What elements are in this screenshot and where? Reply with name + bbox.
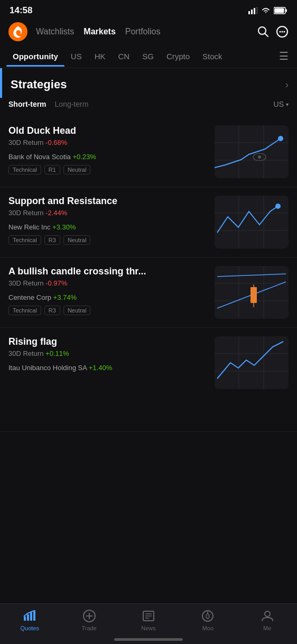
svg-point-11 (280, 31, 281, 33)
tab-opportunity[interactable]: Opportunity (6, 47, 64, 66)
status-icons (248, 7, 287, 14)
svg-rect-35 (250, 287, 257, 303)
strategies-title: Strategies (11, 78, 67, 91)
nav-markets[interactable]: Markets (79, 24, 119, 40)
app-logo (8, 22, 27, 41)
card-2-return: 30D Return -2.44% (8, 209, 208, 217)
nav-moo[interactable]: Moo (187, 609, 229, 631)
nav-me[interactable]: Me (246, 609, 289, 631)
filter-region-label: US (274, 100, 284, 108)
card-1-tags: Technical R1 Neutral (8, 165, 208, 174)
filter-region[interactable]: US ▾ (274, 100, 289, 108)
strategies-section: Strategies › (0, 68, 297, 98)
card-3-title: A bullish candle crossing thr... (8, 266, 208, 277)
nav-news[interactable]: News (127, 609, 170, 631)
trade-label: Trade (81, 625, 96, 631)
nav-portfolios[interactable]: Portfolios (121, 24, 165, 40)
svg-rect-22 (215, 196, 289, 249)
tag-r3-3: R3 (44, 306, 60, 315)
tab-crypto[interactable]: Crypto (160, 47, 196, 66)
svg-rect-5 (286, 10, 287, 12)
nav-quotes[interactable]: Quotes (8, 609, 51, 631)
news-icon (142, 609, 155, 623)
card-1-return-value: -0.68% (45, 139, 67, 146)
message-icon[interactable] (276, 25, 289, 38)
tab-hk[interactable]: HK (88, 47, 112, 66)
tag-technical-2: Technical (8, 235, 41, 245)
strategy-card-2[interactable]: Support and Resistance 30D Return -2.44%… (0, 187, 297, 257)
tag-technical: Technical (8, 165, 41, 174)
card-2-info: Support and Resistance 30D Return -2.44%… (8, 196, 208, 245)
chevron-down-icon: ▾ (286, 102, 289, 107)
card-1-stock: Bank of Nova Scotia +0.23% (8, 153, 208, 161)
quotes-label: Quotes (20, 625, 39, 631)
tag-r1: R1 (44, 165, 60, 174)
tab-sg[interactable]: SG (136, 47, 160, 66)
tag-r3: R3 (44, 235, 60, 245)
svg-point-27 (275, 204, 281, 209)
home-indicator (114, 638, 183, 641)
card-2-stock: New Relic Inc +3.30% (8, 223, 208, 231)
nav-actions (257, 25, 289, 38)
svg-rect-44 (27, 614, 29, 621)
quotes-icon (23, 609, 36, 623)
svg-rect-3 (256, 7, 258, 14)
nav-tabs: Watchlists Markets Portfolios (32, 24, 257, 40)
filter-short-term[interactable]: Short-term (8, 100, 47, 108)
search-icon[interactable] (257, 25, 270, 38)
svg-point-13 (284, 31, 285, 33)
svg-rect-43 (24, 617, 26, 621)
card-2-tags: Technical R3 Neutral (8, 235, 208, 245)
filter-long-term[interactable]: Long-term (55, 100, 89, 108)
status-time: 14:58 (10, 5, 32, 16)
card-3-info: A bullish candle crossing thr... 30D Ret… (8, 266, 208, 315)
tab-stock[interactable]: Stock (196, 47, 229, 66)
svg-rect-46 (33, 610, 35, 621)
tab-cn[interactable]: CN (112, 47, 136, 66)
top-nav: Watchlists Markets Portfolios (0, 19, 297, 44)
svg-rect-1 (251, 10, 253, 14)
strategy-card-1[interactable]: Old Duck Head 30D Return -0.68% Bank of … (0, 117, 297, 187)
svg-point-7 (8, 22, 27, 41)
card-4-title: Rising flag (8, 336, 208, 347)
category-tabs: Opportunity US HK CN SG Crypto Stock ☰ (0, 44, 297, 68)
status-bar: 14:58 (0, 0, 297, 19)
signal-icon (248, 7, 258, 14)
moo-label: Moo (202, 625, 214, 631)
card-2-return-value: -2.44% (45, 209, 67, 217)
card-4-chart (215, 336, 289, 389)
news-label: News (141, 625, 156, 631)
card-3-stock: Centene Corp +3.74% (8, 293, 208, 301)
card-3-chart (215, 266, 289, 319)
me-icon (261, 609, 274, 623)
svg-point-56 (265, 611, 270, 617)
card-1-title: Old Duck Head (8, 125, 208, 136)
nav-trade[interactable]: Trade (68, 609, 110, 631)
card-4-return-value: +0.11% (45, 349, 69, 357)
nav-watchlists[interactable]: Watchlists (32, 24, 78, 40)
strategies-arrow-icon[interactable]: › (285, 79, 289, 90)
card-4-return: 30D Return +0.11% (8, 349, 208, 357)
card-3-tags: Technical R3 Neutral (8, 306, 208, 315)
svg-point-21 (258, 155, 261, 159)
svg-line-9 (265, 34, 268, 37)
strategy-card-3[interactable]: A bullish candle crossing thr... 30D Ret… (0, 257, 297, 328)
card-2-chart (215, 196, 289, 249)
card-2-title: Support and Resistance (8, 196, 208, 207)
tag-neutral-2: Neutral (63, 235, 90, 245)
battery-icon (274, 7, 287, 14)
card-4-stock: Itau Unibanco Holding SA +1.40% (8, 364, 208, 372)
tag-technical-3: Technical (8, 306, 41, 315)
svg-point-12 (282, 31, 283, 33)
tag-neutral-3: Neutral (63, 306, 90, 315)
svg-rect-2 (254, 8, 255, 14)
svg-rect-45 (30, 612, 32, 621)
svg-point-19 (278, 136, 283, 141)
filter-row: Short-term Long-term US ▾ (0, 98, 297, 117)
tab-us[interactable]: US (64, 47, 88, 66)
more-menu-icon[interactable]: ☰ (277, 44, 291, 68)
card-1-return: 30D Return -0.68% (8, 139, 208, 146)
me-label: Me (263, 625, 271, 631)
tag-neutral: Neutral (63, 165, 90, 174)
strategy-card-4[interactable]: Rising flag 30D Return +0.11% Itau Uniba… (0, 328, 297, 432)
